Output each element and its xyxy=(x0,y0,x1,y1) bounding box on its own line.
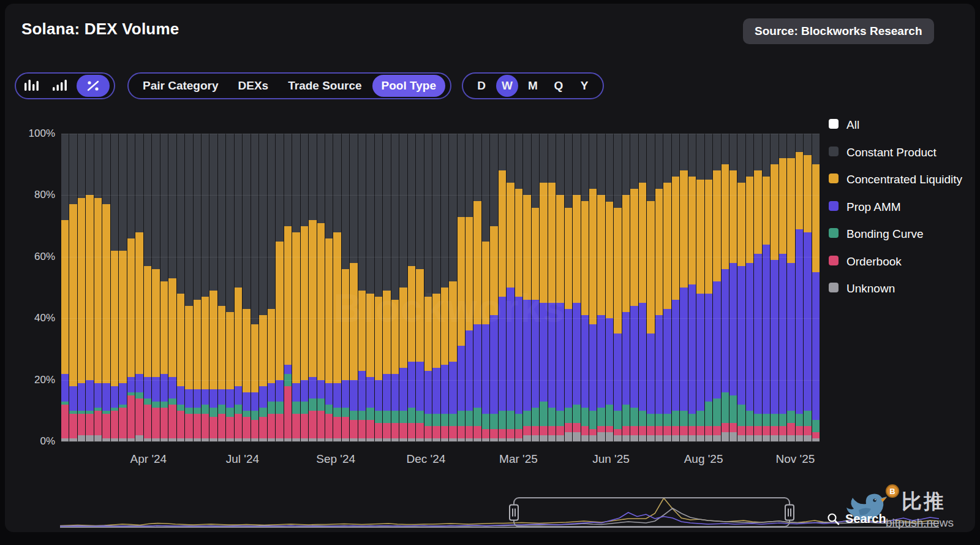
stacked-bar[interactable] xyxy=(102,134,110,441)
stacked-bar[interactable] xyxy=(350,134,357,441)
stacked-bar[interactable] xyxy=(722,134,729,441)
stacked-bar[interactable] xyxy=(235,134,242,441)
stacked-bar[interactable] xyxy=(540,134,547,441)
stacked-bar[interactable] xyxy=(144,134,151,441)
stacked-bar[interactable] xyxy=(202,134,209,441)
stacked-bar[interactable] xyxy=(358,134,366,441)
bar-chart-ascending-icon[interactable] xyxy=(48,75,72,96)
stacked-bar[interactable] xyxy=(458,134,465,441)
stacked-bar[interactable] xyxy=(556,134,564,441)
stacked-bar[interactable] xyxy=(763,134,770,441)
stacked-bar[interactable] xyxy=(647,134,654,441)
stacked-bar[interactable] xyxy=(597,134,605,441)
stacked-bar[interactable] xyxy=(705,134,712,441)
stacked-bar[interactable] xyxy=(152,134,159,441)
stacked-bar[interactable] xyxy=(399,134,407,441)
stacked-bar[interactable] xyxy=(243,134,250,441)
stacked-bar[interactable] xyxy=(416,134,423,441)
stacked-bar[interactable] xyxy=(284,134,292,441)
stacked-bar[interactable] xyxy=(754,134,761,441)
stacked-bar[interactable] xyxy=(606,134,613,441)
stacked-bar[interactable] xyxy=(391,134,399,441)
stacked-bar[interactable] xyxy=(532,134,539,441)
stacked-bar[interactable] xyxy=(449,134,456,441)
period-d[interactable]: D xyxy=(469,75,494,97)
stacked-bar[interactable] xyxy=(515,134,522,441)
stacked-bar[interactable] xyxy=(639,134,646,441)
stacked-bar[interactable] xyxy=(548,134,556,441)
legend-item-concentrated-liquidity[interactable]: Concentrated Liquidity xyxy=(829,171,973,188)
legend-item-all[interactable]: All xyxy=(829,116,973,134)
stacked-bar[interactable] xyxy=(408,134,415,441)
stacked-bar[interactable] xyxy=(622,134,630,441)
stacked-bar[interactable] xyxy=(111,134,118,441)
stacked-bar[interactable] xyxy=(333,134,341,441)
stacked-bar[interactable] xyxy=(729,134,737,441)
filter-tab-pair-category[interactable]: Pair Category xyxy=(134,75,228,97)
stacked-bar[interactable] xyxy=(787,134,794,441)
stacked-bar[interactable] xyxy=(771,134,778,441)
navigator-selection[interactable] xyxy=(513,497,790,527)
stacked-bar[interactable] xyxy=(251,134,258,441)
stacked-bar[interactable] xyxy=(680,134,687,441)
stacked-bar[interactable] xyxy=(226,134,233,441)
search-control[interactable]: Search xyxy=(827,512,886,526)
legend-item-unknown[interactable]: Unknown xyxy=(829,280,973,297)
stacked-bar[interactable] xyxy=(309,134,316,441)
stacked-bar[interactable] xyxy=(663,134,671,441)
stacked-bar[interactable] xyxy=(127,134,135,441)
stacked-bar[interactable] xyxy=(696,134,704,441)
stacked-bar[interactable] xyxy=(482,134,489,441)
stacked-bar[interactable] xyxy=(78,134,85,441)
stacked-bar[interactable] xyxy=(342,134,349,441)
stacked-bar[interactable] xyxy=(573,134,580,441)
stacked-bar[interactable] xyxy=(523,134,530,441)
stacked-bar[interactable] xyxy=(61,134,69,441)
bar-chart-icon[interactable] xyxy=(20,75,43,96)
stacked-bar[interactable] xyxy=(507,134,514,441)
stacked-bar[interactable] xyxy=(473,134,481,441)
stacked-bar[interactable] xyxy=(94,134,102,441)
navigator-right-handle[interactable] xyxy=(785,504,794,520)
legend-item-constant-product[interactable]: Constant Product xyxy=(829,144,973,161)
stacked-bar[interactable] xyxy=(812,134,820,441)
stacked-bar[interactable] xyxy=(292,134,300,441)
stacked-bar[interactable] xyxy=(317,134,325,441)
stacked-bar[interactable] xyxy=(614,134,621,441)
stacked-bar[interactable] xyxy=(779,134,786,441)
stacked-bar[interactable] xyxy=(630,134,638,441)
filter-tab-dexs[interactable]: DEXs xyxy=(229,75,278,97)
stacked-bar[interactable] xyxy=(589,134,597,441)
stacked-bar[interactable] xyxy=(441,134,448,441)
stacked-bar[interactable] xyxy=(746,134,753,441)
stacked-bar[interactable] xyxy=(69,134,77,441)
period-y[interactable]: Y xyxy=(571,75,597,97)
stacked-bar[interactable] xyxy=(796,134,803,441)
stacked-bar[interactable] xyxy=(375,134,382,441)
percent-icon[interactable] xyxy=(77,75,110,97)
stacked-bar[interactable] xyxy=(366,134,374,441)
stacked-bar[interactable] xyxy=(276,134,283,441)
stacked-bar[interactable] xyxy=(185,134,192,441)
stacked-bar[interactable] xyxy=(655,134,663,441)
stacked-bar[interactable] xyxy=(168,134,176,441)
stacked-bar[interactable] xyxy=(160,134,168,441)
filter-tab-pool-type[interactable]: Pool Type xyxy=(372,75,445,97)
navigator-left-handle[interactable] xyxy=(509,504,519,520)
stacked-bar[interactable] xyxy=(218,134,225,441)
stacked-bar[interactable] xyxy=(301,134,308,441)
stacked-bar[interactable] xyxy=(209,134,217,441)
stacked-bar[interactable] xyxy=(565,134,572,441)
stacked-bar[interactable] xyxy=(194,134,201,441)
stacked-bar[interactable] xyxy=(383,134,390,441)
stacked-bar[interactable] xyxy=(424,134,432,441)
stacked-bar[interactable] xyxy=(259,134,266,441)
stacked-bar[interactable] xyxy=(268,134,275,441)
stacked-bar[interactable] xyxy=(432,134,440,441)
stacked-bar[interactable] xyxy=(737,134,745,441)
stacked-bar[interactable] xyxy=(86,134,93,441)
legend-item-prop-amm[interactable]: Prop AMM xyxy=(829,199,973,216)
legend-item-orderbook[interactable]: Orderbook xyxy=(829,253,973,270)
stacked-bar[interactable] xyxy=(177,134,184,441)
legend-item-bonding-curve[interactable]: Bonding Curve xyxy=(829,226,973,243)
